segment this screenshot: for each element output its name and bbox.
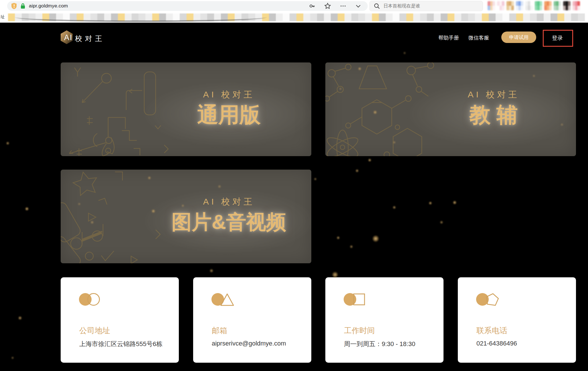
bookmark-item[interactable]	[537, 13, 544, 21]
bookmark-item[interactable]	[358, 13, 365, 21]
card-title-education: 教 辅	[402, 103, 576, 126]
bookmark-item[interactable]	[489, 13, 496, 21]
bookmark-item[interactable]	[427, 13, 434, 21]
bookmark-item[interactable]	[290, 13, 296, 21]
bookmark-item[interactable]	[516, 13, 523, 21]
bookmark-item[interactable]	[544, 13, 551, 21]
circle-circle-icon	[79, 292, 110, 308]
bookmark-item[interactable]	[379, 13, 386, 21]
site-favicon[interactable]	[506, 1, 514, 10]
bookmark-item[interactable]	[530, 13, 537, 21]
bookmark-item[interactable]	[475, 13, 482, 21]
site-favicon[interactable]	[488, 1, 495, 10]
bookmark-item[interactable]	[331, 13, 338, 21]
bookmark-item[interactable]	[386, 13, 393, 21]
bookmark-item[interactable]	[564, 13, 571, 21]
bookmark-item[interactable]	[571, 13, 578, 21]
contact-card-email: 邮箱 aiprserivce@goldmye.com	[193, 277, 311, 363]
bookmark-item[interactable]	[283, 13, 290, 21]
bookmark-item[interactable]	[399, 13, 406, 21]
card-title-general: 通用版	[137, 103, 311, 126]
lock-icon[interactable]	[20, 3, 25, 9]
bookmark-item[interactable]	[345, 13, 351, 21]
bookmark-item[interactable]	[482, 13, 489, 21]
bookmark-item[interactable]	[413, 13, 420, 21]
logo-name-text: 校对王	[75, 34, 105, 43]
site-favicon[interactable]	[516, 1, 523, 10]
site-favicon[interactable]	[563, 1, 571, 10]
bookmark-item[interactable]	[448, 13, 454, 21]
shield-warning-icon[interactable]	[11, 3, 17, 9]
card-subtitle: AI 校对王	[137, 196, 311, 208]
url-text[interactable]: aipr.goldmye.com	[29, 3, 68, 9]
bookmark-item[interactable]	[454, 13, 461, 21]
site-favicon[interactable]	[497, 1, 504, 10]
bookmark-item[interactable]	[317, 13, 324, 21]
contact-title: 工作时间	[344, 325, 375, 336]
contact-card-hours: 工作时间 周一到周五：9:30 - 18:30	[325, 277, 444, 363]
bookmark-item[interactable]	[461, 13, 468, 21]
circle-pentagon-icon	[476, 292, 507, 308]
bookmark-item[interactable]	[551, 13, 557, 21]
site-favicon[interactable]	[544, 1, 552, 10]
bookmark-item[interactable]	[372, 13, 379, 21]
card-title-media: 图片&音视频	[137, 211, 311, 233]
site-favicon[interactable]	[525, 1, 533, 10]
bookmark-item[interactable]	[8, 13, 15, 21]
logo-ai-text: AI	[64, 33, 73, 42]
circle-square-icon	[343, 292, 375, 308]
chevron-down-icon[interactable]	[355, 3, 361, 9]
bookmark-item[interactable]	[393, 13, 399, 21]
bookmark-item[interactable]	[523, 13, 530, 21]
password-key-icon[interactable]	[309, 3, 316, 9]
bookmark-star-icon[interactable]	[324, 3, 331, 9]
login-highlight-box	[543, 30, 573, 47]
bookmark-item[interactable]	[406, 13, 413, 21]
site-favicon[interactable]	[535, 1, 542, 10]
contact-text: 021-64386496	[476, 340, 517, 347]
bookmark-item[interactable]	[351, 13, 358, 21]
favicon-row	[488, 1, 580, 11]
apply-trial-button[interactable]: 申请试用	[501, 32, 536, 43]
bookmark-item[interactable]	[269, 13, 276, 21]
contact-title: 邮箱	[212, 325, 227, 336]
contact-title: 联系电话	[476, 325, 507, 336]
nav-wechat-support[interactable]: 微信客服	[468, 34, 489, 41]
bookmark-item[interactable]	[310, 13, 317, 21]
bookmark-item[interactable]	[276, 13, 283, 21]
card-subtitle: AI 校对王	[137, 89, 311, 101]
product-card-education[interactable]: AI 校对王 教 辅	[325, 62, 576, 156]
bookmark-item[interactable]	[434, 13, 441, 21]
site-favicon[interactable]	[554, 1, 561, 10]
product-card-media[interactable]: AI 校对王 图片&音视频	[61, 170, 311, 263]
address-bar[interactable]: aipr.goldmye.com	[7, 1, 368, 11]
bookmark-item[interactable]	[338, 13, 345, 21]
bookmark-item[interactable]	[296, 13, 303, 21]
bookmark-item[interactable]	[420, 13, 427, 21]
contact-text: 周一到周五：9:30 - 18:30	[344, 340, 415, 348]
bookmark-item[interactable]	[496, 13, 502, 21]
bookmark-item[interactable]	[578, 13, 585, 21]
bookmark-item[interactable]	[557, 13, 564, 21]
circle-triangle-icon	[211, 292, 243, 308]
bookmark-item[interactable]	[303, 13, 310, 21]
contact-text: aiprserivce@goldmye.com	[212, 340, 286, 347]
search-icon	[374, 3, 380, 9]
site-favicon[interactable]	[573, 1, 580, 10]
bookmarks-bar-label: 址	[1, 14, 5, 20]
contact-title: 公司地址	[79, 325, 110, 336]
search-input[interactable]: 日本首相现在是谁	[369, 1, 483, 11]
bookmark-item[interactable]	[468, 13, 475, 21]
bookmark-item[interactable]	[441, 13, 448, 21]
product-card-general[interactable]: AI 校对王 通用版	[61, 62, 311, 156]
contact-card-phone: 联系电话 021-64386496	[458, 277, 576, 363]
bookmark-item[interactable]	[509, 13, 516, 21]
contact-card-address: 公司地址 上海市徐汇区云锦路555号6栋	[61, 277, 179, 363]
more-options-icon[interactable]	[340, 3, 347, 9]
nav-help-manual[interactable]: 帮助手册	[438, 34, 459, 41]
bookmark-item[interactable]	[324, 13, 331, 21]
bookmark-item[interactable]	[502, 13, 509, 21]
search-query-text: 日本首相现在是谁	[383, 3, 420, 9]
browser-toolbar: aipr.goldmye.com 日本首相现在是谁	[0, 0, 588, 12]
bookmark-item[interactable]	[365, 13, 372, 21]
